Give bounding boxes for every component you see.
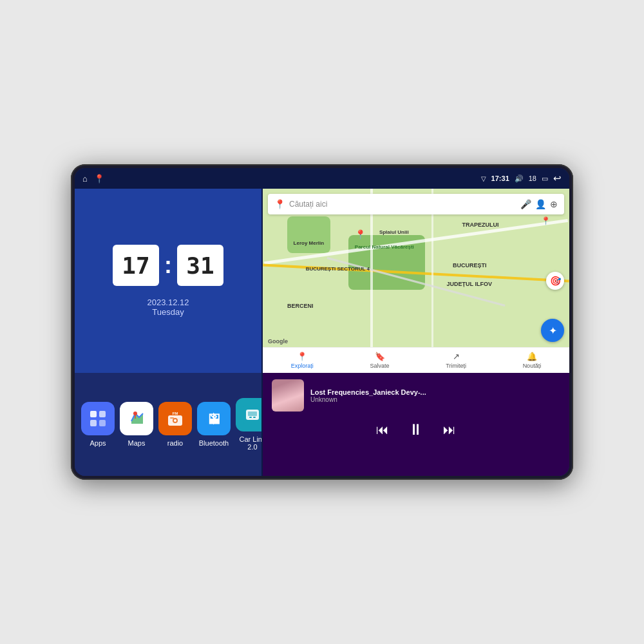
- map-label-ilfov: JUDEȚUL ILFOV: [447, 281, 492, 287]
- clock-date: 2023.12.12 Tuesday: [147, 298, 189, 317]
- google-logo: Google: [268, 338, 288, 345]
- noutati-label: Noutăți: [523, 363, 542, 369]
- app-icon-maps[interactable]: Maps: [120, 402, 153, 447]
- device-frame: ⌂ 📍 ▽ 17:31 🔊 18 ▭ ↩ 17 :: [71, 164, 573, 480]
- svg-rect-17: [249, 417, 252, 418]
- map-search-bar[interactable]: 📍 Căutați aici 🎤 👤 ⊕: [268, 194, 564, 214]
- nav-explora[interactable]: 📍 Explorați: [291, 352, 314, 369]
- svg-rect-1: [99, 411, 106, 417]
- trimiteti-icon: ↗: [453, 352, 460, 361]
- status-right-icons: ▽ 17:31 🔊 18 ▭ ↩: [481, 173, 562, 184]
- map-nav-bar: 📍 Explorați 🔖 Salvate ↗ Trimiteți 🔔: [263, 347, 569, 373]
- bluetooth-icon: ⬓: [204, 409, 223, 428]
- music-text: Lost Frequencies_Janieck Devy-... Unknow…: [310, 388, 560, 403]
- account-icon[interactable]: 👤: [535, 199, 546, 209]
- map-label-bucuresti: BUCUREȘTI: [453, 262, 487, 269]
- park-area-2: [287, 216, 330, 253]
- map-label-leroy: Leroy Merlin: [294, 240, 325, 246]
- radio-icon: FM: [166, 409, 185, 428]
- battery-icon: ▭: [542, 175, 548, 183]
- app-icon-radio[interactable]: FM radio: [158, 402, 192, 447]
- carlink-icon: [243, 405, 262, 424]
- noutati-icon: 🔔: [527, 352, 537, 361]
- map-label-berceni: BERCENI: [287, 303, 314, 309]
- right-panel: BUCUREȘTI JUDEȚUL ILFOV BERCENI TRAPEZUL…: [263, 189, 569, 476]
- prev-button[interactable]: ⏮: [376, 422, 389, 437]
- app-icon-apps[interactable]: Apps: [81, 402, 115, 447]
- map-widget[interactable]: BUCUREȘTI JUDEȚUL ILFOV BERCENI TRAPEZUL…: [263, 189, 569, 373]
- maps-icon: [126, 408, 147, 429]
- salvate-icon: 🔖: [375, 352, 385, 361]
- status-left-icons: ⌂ 📍: [82, 174, 104, 184]
- maps-pin-icon: 📍: [274, 199, 285, 209]
- apps-label: Apps: [90, 439, 106, 447]
- device-screen: ⌂ 📍 ▽ 17:31 🔊 18 ▭ ↩ 17 :: [75, 168, 569, 476]
- svg-text:FM: FM: [173, 412, 178, 415]
- nav-salvate[interactable]: 🔖 Salvate: [370, 352, 390, 369]
- music-title: Lost Frequencies_Janieck Devy-...: [310, 388, 560, 396]
- music-player: Lost Frequencies_Janieck Devy-... Unknow…: [263, 373, 569, 476]
- app-bar: Apps Maps: [75, 373, 261, 476]
- status-bar: ⌂ 📍 ▽ 17:31 🔊 18 ▭ ↩: [75, 168, 569, 189]
- music-controls: ⏮ ⏸ ⏭: [272, 421, 560, 439]
- mic-icon[interactable]: 🎤: [520, 199, 531, 209]
- nav-noutati[interactable]: 🔔 Noutăți: [523, 352, 542, 369]
- nav-trimiteti[interactable]: ↗ Trimiteți: [446, 352, 466, 369]
- map-label-park: Parcul Natural Văcărești: [355, 244, 414, 250]
- svg-rect-18: [253, 417, 256, 418]
- next-button[interactable]: ⏭: [443, 422, 456, 437]
- svg-rect-10: [170, 417, 174, 419]
- svg-point-9: [174, 419, 176, 422]
- music-thumbnail: [272, 379, 304, 412]
- apps-icon-bg: [81, 402, 115, 435]
- back-icon[interactable]: ↩: [553, 173, 562, 184]
- volume-icon: 🔊: [515, 175, 524, 183]
- map-label-trapez: TRAPEZULUI: [462, 222, 498, 228]
- main-content: 17 : 31 2023.12.12 Tuesday: [75, 189, 569, 476]
- map-pin-red: 📍: [541, 216, 551, 225]
- svg-rect-16: [248, 412, 257, 416]
- music-artist: Unknown: [310, 396, 560, 403]
- music-thumb-image: [272, 379, 304, 412]
- explora-label: Explorați: [291, 363, 314, 369]
- left-panel: 17 : 31 2023.12.12 Tuesday: [75, 189, 261, 476]
- clock-widget: 17 : 31 2023.12.12 Tuesday: [75, 189, 261, 373]
- bluetooth-label: Bluetooth: [199, 439, 229, 447]
- maps-icon-bg: [120, 402, 153, 435]
- signal-icon: ▽: [481, 175, 486, 182]
- search-placeholder: Căutați aici: [289, 200, 516, 209]
- navigate-button[interactable]: ✦: [541, 319, 564, 342]
- explora-icon: 📍: [297, 352, 307, 361]
- road-v1: [370, 189, 373, 373]
- map-label-splai: Splaiul Uniii: [379, 229, 409, 235]
- svg-rect-3: [99, 420, 106, 426]
- locate-button[interactable]: 🎯: [546, 272, 564, 290]
- trimiteti-label: Trimiteți: [446, 363, 466, 369]
- play-pause-button[interactable]: ⏸: [408, 421, 424, 439]
- layers-icon[interactable]: ⊕: [550, 199, 558, 209]
- bluetooth-icon-bg: ⬓: [197, 402, 231, 435]
- map-pin: 📍: [355, 229, 366, 240]
- maps-status-icon[interactable]: 📍: [94, 174, 104, 184]
- clock-minute: 31: [177, 245, 223, 286]
- apps-grid-icon: [89, 410, 107, 428]
- battery-level: 18: [529, 175, 536, 182]
- radio-label: radio: [167, 439, 183, 447]
- time-display: 17:31: [491, 175, 509, 182]
- road-v2: [431, 189, 433, 373]
- home-icon[interactable]: ⌂: [82, 174, 88, 184]
- clock-hour: 17: [113, 245, 159, 286]
- salvate-label: Salvate: [370, 363, 390, 369]
- clock-display: 17 : 31: [113, 245, 223, 286]
- svg-rect-0: [90, 411, 97, 417]
- clock-colon: :: [164, 252, 172, 279]
- radio-icon-bg: FM: [158, 402, 192, 435]
- map-label-sector4: BUCUREȘTI SECTORUL 4: [306, 266, 370, 272]
- map-background: BUCUREȘTI JUDEȚUL ILFOV BERCENI TRAPEZUL…: [263, 189, 569, 373]
- music-info-row: Lost Frequencies_Janieck Devy-... Unknow…: [272, 379, 560, 412]
- svg-rect-2: [90, 420, 97, 426]
- maps-label: Maps: [128, 439, 146, 447]
- app-icon-bluetooth[interactable]: ⬓ Bluetooth: [197, 402, 231, 447]
